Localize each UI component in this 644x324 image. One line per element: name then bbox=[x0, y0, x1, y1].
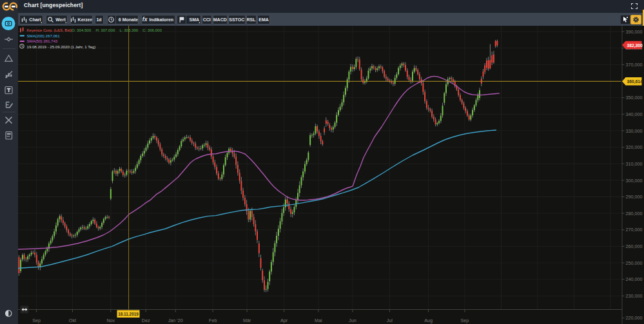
svg-text:Dez: Dez bbox=[142, 318, 150, 323]
svg-text:260,000: 260,000 bbox=[626, 243, 643, 249]
svg-text:Sep: Sep bbox=[461, 318, 469, 323]
svg-text:SMA(50) 281,743: SMA(50) 281,743 bbox=[27, 39, 58, 43]
svg-text:382,300: 382,300 bbox=[627, 43, 643, 48]
svg-text:360,614: 360,614 bbox=[627, 79, 643, 84]
svg-text:300,000: 300,000 bbox=[626, 178, 643, 184]
svg-text:Jan '20: Jan '20 bbox=[168, 318, 183, 323]
svg-text:310,000: 310,000 bbox=[626, 161, 643, 167]
svg-text:220,000: 220,000 bbox=[626, 315, 643, 321]
svg-text:240,000: 240,000 bbox=[626, 276, 643, 282]
svg-text:390,000: 390,000 bbox=[626, 29, 643, 35]
svg-text:Aug: Aug bbox=[424, 318, 433, 323]
svg-text:350,000: 350,000 bbox=[626, 95, 643, 100]
svg-text:Apr: Apr bbox=[280, 318, 288, 323]
svg-text:280,000: 280,000 bbox=[626, 211, 643, 216]
svg-text:Feb: Feb bbox=[209, 318, 217, 323]
svg-text:Mai: Mai bbox=[315, 318, 322, 323]
svg-text:Nov: Nov bbox=[106, 318, 115, 323]
svg-text:18.11.2019: 18.11.2019 bbox=[118, 312, 139, 316]
svg-text:Keyence Corp. (L&S, Bid): Keyence Corp. (L&S, Bid) bbox=[27, 28, 72, 32]
svg-text:Jul: Jul bbox=[387, 318, 393, 323]
svg-text:230,000: 230,000 bbox=[626, 293, 643, 299]
svg-text:290,000: 290,000 bbox=[626, 194, 643, 200]
svg-text:Mär: Mär bbox=[243, 318, 251, 323]
svg-text:Jun: Jun bbox=[349, 318, 356, 323]
svg-text:270,000: 270,000 bbox=[626, 227, 643, 233]
svg-text:19.08.2019 - 25.09.2020 (1 J: 19.08.2019 - 25.09.2020 (1 Jahr, 1 Tag) bbox=[27, 44, 96, 49]
svg-text:250,000: 250,000 bbox=[626, 260, 643, 266]
svg-text:SMA(200) 267,061: SMA(200) 267,061 bbox=[27, 33, 61, 38]
svg-text:320,000: 320,000 bbox=[626, 144, 643, 150]
svg-text:370,000: 370,000 bbox=[626, 62, 643, 68]
svg-text:330,000: 330,000 bbox=[626, 128, 643, 134]
svg-text:Sep: Sep bbox=[32, 318, 41, 323]
svg-text:340,000: 340,000 bbox=[626, 111, 643, 117]
svg-text:Okt: Okt bbox=[69, 318, 76, 323]
